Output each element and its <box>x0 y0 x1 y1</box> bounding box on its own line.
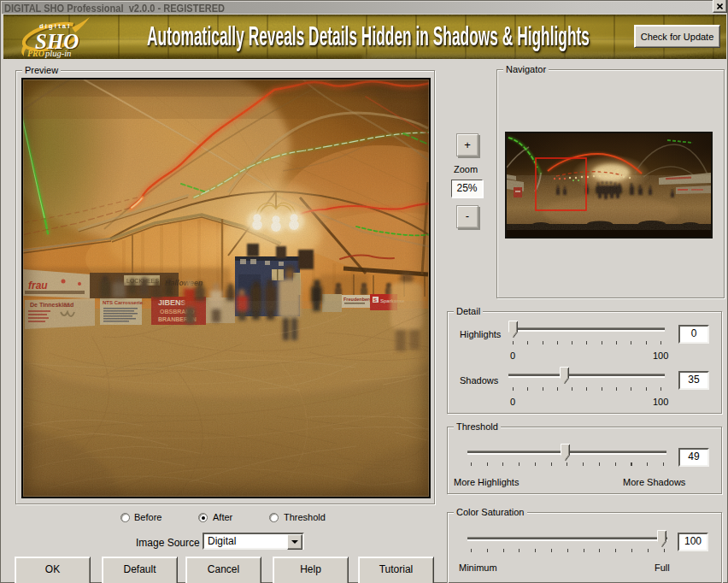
svg-text:Sparkasse: Sparkasse <box>380 298 405 303</box>
svg-text:Halloween: Halloween <box>165 279 203 287</box>
svg-text:S: S <box>373 297 377 303</box>
svg-text:JIBENS: JIBENS <box>158 298 186 307</box>
svg-text:digital: digital <box>39 22 71 30</box>
svg-text:De Tinnesklääd: De Tinnesklääd <box>30 302 73 308</box>
svg-text:PRO: PRO <box>27 49 44 58</box>
svg-text:LOCKHEES: LOCKHEES <box>126 278 159 284</box>
svg-text:frau: frau <box>28 280 48 292</box>
svg-text:Freudenberger Schaub: Freudenberger Schaub <box>343 297 396 302</box>
svg-text:BRANBEREN: BRANBEREN <box>158 316 197 322</box>
svg-text:plug-in: plug-in <box>44 49 71 58</box>
svg-text:OBSBRAND: OBSBRAND <box>160 309 194 315</box>
svg-text:NTS Carrosserie: NTS Carrosserie <box>103 300 144 305</box>
